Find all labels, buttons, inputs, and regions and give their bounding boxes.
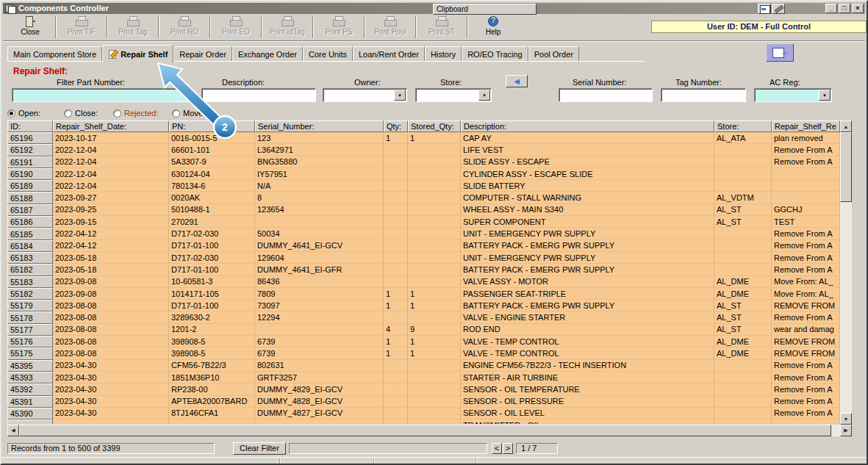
toolbar-print-tif-button[interactable]: Print TIF [57,15,106,40]
horizontal-scroll-thumb[interactable] [19,425,831,436]
column-header-serial[interactable]: Serial_Number: [255,120,384,132]
close-window-button[interactable]: × [852,4,864,13]
dropdown-icon[interactable]: ▼ [819,90,831,101]
dropdown-icon[interactable]: ▼ [478,90,490,101]
table-row[interactable]: 651902022-12-04630124-04IY57951CYLINDER … [7,168,840,180]
horizontal-scrollbar[interactable]: ◀ ▶ [7,425,852,436]
column-header-store[interactable]: Store: [714,120,772,132]
cell-stored [408,264,461,275]
column-header-note[interactable]: Repair_Shelf_Re [772,120,840,132]
cell-pn: 1851M36P10 [169,372,255,383]
column-header-desc[interactable]: Description: [461,120,714,132]
cell-note: REMOVE FROM [772,300,840,311]
ac-reg-select[interactable]: ▼ [754,88,832,102]
scroll-right-button[interactable]: ▶ [840,425,852,436]
maximize-button[interactable]: □ [839,4,850,13]
column-header-date[interactable]: Repair_Shelf_Date: [53,120,169,132]
cell-date: 2022-12-04 [53,144,169,156]
column-header-qty[interactable]: Qty: [384,120,408,132]
table-row[interactable]: 651852022-04-12D717-02-03050034UNIT - EM… [7,228,840,239]
table-row[interactable]: 651892022-12-04780134-6N/ASLIDE BATTERY [7,180,840,192]
toolbar-print-idtag-button[interactable]: Print IdTag [263,15,312,40]
user-banner: User ID: DEM - Full Control [651,21,867,33]
table-row[interactable]: 651862023-09-15270291SUPER COMPONENTAL_S… [7,216,840,228]
serial-number-input[interactable] [559,88,653,102]
next-page-button[interactable]: > [503,443,513,454]
radio-open[interactable]: Open: [7,109,40,118]
cell-stored: 1 [408,300,461,311]
store-select[interactable]: ▼ [415,88,492,102]
toolbar-help-button[interactable]: Help [469,15,517,40]
tag-number-input[interactable] [661,88,746,102]
cell-qty [384,204,408,216]
toolbar-print-st-button[interactable]: Print ST [417,15,466,40]
vertical-scroll-thumb[interactable] [840,132,852,202]
cell-qty: 1 [384,300,408,311]
filter-collapse-button[interactable]: ◀ [506,75,528,87]
table-row[interactable]: 453952023-04-30CFM56-7B22/3802631ENGINE … [7,360,840,372]
toolbar-print-ro-button[interactable]: Print RO [160,15,209,40]
filter-part-number-input[interactable] [12,88,191,102]
tab-core-units[interactable]: Core Units [303,46,353,61]
table-row[interactable]: 453912023-04-30APTE8A20007BARDDUMMY_4828… [7,396,840,408]
toolbar-print-eo-button[interactable]: Print EO [212,15,260,40]
tab-exchange-order[interactable]: Exchange Order [232,46,303,61]
tab-pool-order[interactable]: Pool Order [528,46,579,61]
radio-move-to[interactable]: Move To: [172,109,215,118]
column-header-id[interactable]: ID: [7,120,53,132]
table-row[interactable]: 551792023-08-08D717-01-1007309711BATTERY… [7,300,840,311]
tab-main-component-store[interactable]: Main Component Store [7,46,102,61]
toolbar-print-ps-button[interactable]: Print PS [315,15,363,40]
table-row[interactable]: 551832023-09-0810-60581-386436VALVE ASSY… [7,276,840,288]
toolbar-close-button[interactable]: Close [6,15,54,40]
prev-page-button[interactable]: < [492,443,502,454]
table-row[interactable]: 651882023-09-270020AK8COMPUTER - STALL W… [7,192,840,203]
column-header-stored[interactable]: Stored_Qty: [408,120,461,132]
pen-tool-button[interactable] [772,4,785,14]
radio-close[interactable]: Close: [64,109,98,118]
radio-rejected[interactable]: Rejected: [113,109,158,118]
owner-select[interactable]: ▼ [323,88,407,102]
tab-loan-rent-order[interactable]: Loan/Rent Order [353,46,425,61]
cell-stored [408,168,461,180]
toolbar-print-pool-button[interactable]: Print Pool [366,15,415,40]
table-row[interactable]: 551762023-08-08398908-5673911VALVE - TEM… [7,336,840,347]
picture-tool-button[interactable] [758,4,771,14]
cell-note: Remove From A [772,360,840,372]
table-row[interactable]: 651832023-05-18D717-02-030129604UNIT - E… [7,252,840,264]
tab-history[interactable]: History [425,46,462,61]
table-row[interactable]: 651872023-09-255010488-1123654WHEEL ASSY… [7,204,840,216]
scroll-up-button[interactable]: ▲ [840,120,852,132]
clear-filter-button[interactable]: Clear Filter [233,442,286,455]
cell-stored [408,228,461,239]
cell-id: 45392 [7,383,53,395]
table-row[interactable]: 551772023-08-081201-249ROD ENDAL_STwear … [7,324,840,336]
dropdown-icon[interactable]: ▼ [394,90,406,101]
table-row[interactable]: 651962023-10-170016-0015-512311CAP AYAL_… [7,132,840,144]
clipboard-panel[interactable]: Clipboard [433,4,537,15]
table-row[interactable]: 651822023-05-18D717-01-100DUMMY_4641_EI-… [7,264,840,275]
table-row[interactable]: 453932023-04-301851M36P10GRTF3257STARTER… [7,372,840,383]
table-row[interactable]: 551782023-08-083289630-212294VALVE - ENG… [7,311,840,323]
table-row[interactable]: 651922022-12-0466601-101L3642971LIFE VES… [7,144,840,156]
table-row[interactable]: 651842022-04-12D717-01-100DUMMY_4641_EI-… [7,240,840,252]
tab-ro-eo-tracing[interactable]: RO/EO Tracing [462,46,528,61]
table-row[interactable]: 651912022-12-045A3307-9BNG35880SLIDE ASS… [7,156,840,168]
cell-qty [384,168,408,180]
description-input[interactable] [201,88,316,102]
table-row[interactable]: TRANSMITTER - OIL [7,419,840,424]
tab-repair-shelf[interactable]: Repair Shelf [102,45,173,62]
tab-repair-order[interactable]: Repair Order [173,46,232,61]
cell-note [772,168,840,180]
toolbar-print-tag-button[interactable]: Print Tag [109,15,157,40]
export-button[interactable] [766,43,794,62]
column-header-pn[interactable]: PN: [169,120,255,132]
table-row[interactable]: 551822023-09-081014171-105780911PASSENGE… [7,288,840,300]
table-row[interactable]: 453902023-04-308TJ146CFA1DUMMY_4827_EI-G… [7,408,840,419]
scroll-down-button[interactable]: ▼ [840,413,852,425]
table-row[interactable]: 551752023-08-08398908-5673911VALVE - TEM… [7,347,840,359]
minimize-button[interactable]: _ [825,4,837,13]
vertical-scrollbar[interactable]: ▲ ▼ [840,120,852,425]
table-row[interactable]: 453922023-04-30RP238-00DUMMY_4829_EI-GCV… [7,383,840,395]
scroll-left-button[interactable]: ◀ [7,425,19,436]
